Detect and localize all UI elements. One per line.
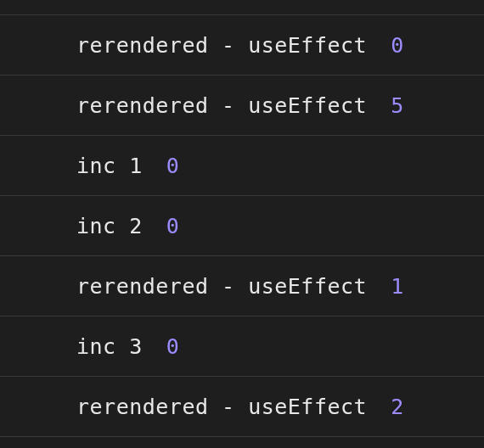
console-value: 5 [391, 93, 403, 118]
console-row: rerendered - useEffect 1 [0, 255, 484, 316]
console-value: 0 [166, 154, 179, 178]
console-row: inc 2 0 [0, 195, 484, 256]
row-divider [0, 0, 484, 15]
row-divider [0, 436, 484, 448]
console-message: rerendered - useEffect [76, 93, 367, 118]
console-message: inc 3 [76, 334, 143, 359]
console-row: inc 3 0 [0, 316, 484, 377]
console-log-panel: rerendered - useEffect 0 rerendered - us… [0, 0, 484, 448]
console-value: 0 [166, 334, 179, 359]
console-message: rerendered - useEffect [76, 33, 367, 58]
console-row: rerendered - useEffect 2 [0, 376, 484, 437]
console-message: inc 2 [76, 214, 143, 238]
console-value: 0 [166, 214, 179, 238]
console-message: inc 1 [76, 154, 143, 178]
console-value: 1 [391, 274, 403, 299]
console-message: rerendered - useEffect [76, 274, 367, 299]
console-row: rerendered - useEffect 5 [0, 75, 484, 136]
console-row: rerendered - useEffect 0 [0, 14, 484, 76]
console-message: rerendered - useEffect [76, 395, 367, 419]
console-row: inc 1 0 [0, 135, 484, 196]
console-value: 0 [391, 33, 403, 58]
console-value: 2 [391, 395, 403, 419]
